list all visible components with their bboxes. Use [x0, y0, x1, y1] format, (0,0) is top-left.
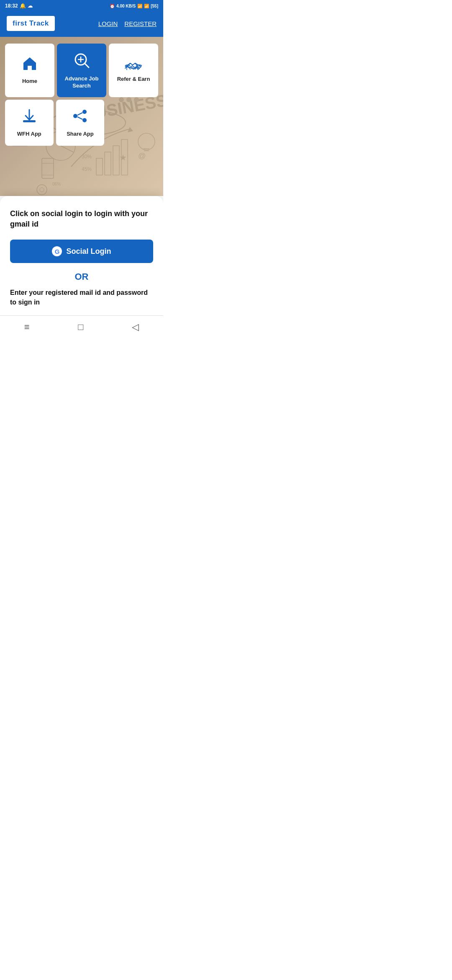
bottom-nav: ≡ □ ◁	[0, 315, 163, 340]
svg-text:@: @	[138, 152, 146, 160]
logo-text: first Track	[13, 19, 49, 28]
search-plus-icon	[72, 51, 91, 72]
signal-icon: 📶	[144, 4, 149, 8]
cloud-icon: ☁	[28, 3, 33, 9]
refer-earn-label: Refer & Earn	[117, 76, 150, 83]
social-login-button[interactable]: G Social Login	[10, 240, 153, 263]
status-bar: 18:32 🔔 ☁ ⏰ 4.00 KB/S 📶 📶 [55]	[0, 0, 163, 12]
menu-item-advance-job-search[interactable]: Advance Job Search	[57, 44, 106, 97]
hero-area: BUSINESS o search 8	[0, 37, 163, 196]
menu-item-share-app[interactable]: Share App	[56, 100, 105, 146]
svg-line-39	[77, 113, 82, 115]
notification-icon: 🔔	[20, 3, 26, 9]
download-icon	[21, 108, 37, 127]
social-login-label: Social Login	[66, 247, 111, 256]
alarm-icon: ⏰	[110, 4, 115, 8]
status-left: 18:32 🔔 ☁	[5, 3, 33, 9]
svg-rect-13	[96, 158, 103, 175]
login-card: Click on social login to login with your…	[0, 196, 163, 315]
time: 18:32	[5, 3, 18, 9]
menu-item-refer-earn[interactable]: Refer & Earn	[109, 44, 158, 97]
svg-rect-15	[113, 146, 119, 175]
svg-text:45%: 45%	[82, 166, 92, 172]
header-nav: LOGIN REGISTER	[98, 20, 157, 27]
home-label: Home	[22, 78, 37, 85]
login-hint-text: Click on social login to login with your…	[10, 209, 153, 230]
svg-point-37	[73, 114, 77, 118]
share-app-label: Share App	[67, 131, 94, 137]
speed-indicator: 4.00 KB/S	[116, 4, 136, 8]
svg-point-17	[138, 133, 155, 150]
register-link[interactable]: REGISTER	[124, 20, 157, 27]
svg-text:★: ★	[119, 153, 127, 162]
nav-home-icon[interactable]: □	[78, 322, 83, 333]
wifi-icon: 📶	[137, 4, 142, 8]
svg-point-7	[134, 97, 139, 102]
svg-line-11	[61, 146, 73, 152]
page-wrapper: 18:32 🔔 ☁ ⏰ 4.00 KB/S 📶 📶 [55] first Tra…	[0, 0, 163, 353]
svg-point-6	[126, 97, 131, 102]
nav-back-icon[interactable]: ◁	[132, 322, 139, 333]
status-right: ⏰ 4.00 KB/S 📶 📶 [55]	[110, 4, 158, 8]
menu-grid-bottom: WFH App Share App	[0, 97, 109, 146]
svg-rect-22	[42, 158, 54, 178]
google-g-icon: G	[52, 246, 62, 256]
advance-job-search-label: Advance Job Search	[61, 75, 102, 90]
logo-box: first Track	[7, 16, 55, 31]
svg-point-25	[37, 185, 47, 195]
login-link[interactable]: LOGIN	[98, 20, 118, 27]
svg-text:06%: 06%	[52, 182, 61, 186]
svg-point-5	[119, 97, 124, 102]
svg-rect-14	[105, 152, 111, 175]
share-icon	[72, 108, 88, 127]
battery-icon: [55]	[151, 4, 158, 8]
handshake-icon	[124, 57, 143, 72]
svg-rect-35	[23, 120, 36, 122]
svg-point-38	[82, 118, 87, 122]
or-divider: OR	[10, 271, 153, 282]
svg-point-26	[40, 188, 44, 192]
svg-line-29	[85, 63, 89, 67]
menu-item-home[interactable]: Home	[5, 44, 54, 97]
home-icon	[21, 55, 38, 75]
svg-point-36	[82, 110, 87, 114]
mail-hint-text: Enter your registered mail id and passwo…	[10, 288, 153, 307]
nav-menu-icon[interactable]: ≡	[24, 322, 30, 333]
menu-grid-top: Home Advance Job Search	[0, 37, 163, 97]
svg-text:30%: 30%	[82, 154, 92, 160]
wfh-app-label: WFH App	[17, 131, 41, 137]
svg-line-40	[77, 117, 82, 119]
menu-item-wfh-app[interactable]: WFH App	[5, 100, 54, 146]
app-header: first Track LOGIN REGISTER	[0, 12, 163, 37]
